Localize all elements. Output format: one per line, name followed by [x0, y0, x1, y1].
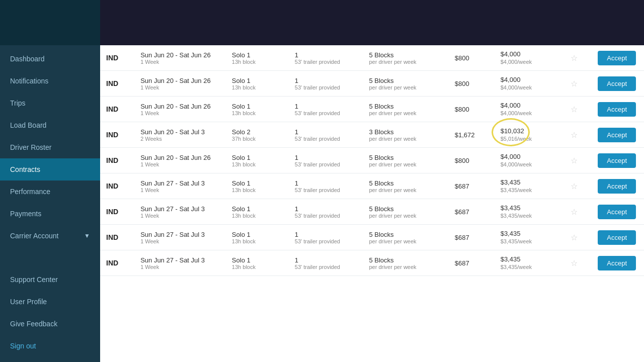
favorite-cell: ☆ — [563, 173, 585, 199]
sidebar-item-user-profile[interactable]: User Profile — [0, 291, 100, 313]
blocks-sub: per driver per week — [369, 84, 442, 90]
sidebar-logo — [0, 0, 100, 45]
star-icon[interactable]: ☆ — [571, 208, 578, 216]
total-weekly: $3,435/week — [501, 213, 532, 219]
sidebar-item-give-feedback[interactable]: Give Feedback — [0, 313, 100, 335]
blocks-main: 5 Blocks — [369, 231, 442, 238]
accept-button[interactable]: Accept — [598, 51, 636, 65]
sidebar-item-driver-roster[interactable]: Driver Roster — [0, 136, 100, 158]
station-code: IND — [100, 199, 134, 225]
accept-button[interactable]: Accept — [598, 179, 636, 194]
action-cell: Accept — [585, 45, 644, 71]
sidebar-item-trips[interactable]: Trips — [0, 92, 100, 114]
accept-button[interactable]: Accept — [598, 128, 636, 142]
total-weekly: $4,000/week — [501, 59, 532, 65]
drivers-main: 1 — [295, 256, 357, 264]
blocks-sub: per driver per week — [369, 161, 442, 167]
star-icon[interactable]: ☆ — [571, 156, 578, 165]
blocks-info: 5 Blocks per driver per week — [363, 71, 448, 97]
total-amount: $10,032$5,016/week — [495, 122, 563, 148]
route-sub: 13h block — [232, 187, 283, 193]
sidebar-item-payments[interactable]: Payments — [0, 203, 100, 225]
sidebar-item-contracts[interactable]: Contracts — [0, 158, 100, 180]
drivers-sub: 53' trailer provided — [295, 238, 357, 244]
date-range: Sun Jun 20 - Sat Jun 26 1 Week — [134, 45, 226, 71]
favorite-cell: ☆ — [563, 45, 585, 71]
route-sub: 37h block — [232, 136, 283, 142]
action-cell: Accept — [585, 71, 644, 97]
star-icon[interactable]: ☆ — [571, 259, 578, 267]
total-weekly: $3,435/week — [501, 238, 532, 244]
sidebar-item-notifications[interactable]: Notifications — [0, 70, 100, 92]
route-type: Solo 1 13h block — [226, 250, 289, 276]
rate-value: $800 — [449, 97, 495, 122]
accept-button[interactable]: Accept — [598, 205, 636, 219]
drivers-main: 1 — [295, 77, 357, 84]
route-sub: 13h block — [232, 264, 283, 270]
accept-button[interactable]: Accept — [598, 230, 636, 245]
contracts-table: IND Sun Jun 20 - Sat Jun 26 1 Week Solo … — [100, 45, 644, 276]
drivers-sub: 53' trailer provided — [295, 84, 357, 90]
sidebar-item-performance[interactable]: Performance — [0, 180, 100, 203]
date-main: Sun Jun 20 - Sat Jun 26 — [140, 103, 220, 110]
date-range: Sun Jun 20 - Sat Jun 26 1 Week — [134, 148, 226, 173]
table-row: IND Sun Jun 27 - Sat Jul 3 1 Week Solo 1… — [100, 250, 644, 276]
star-icon[interactable]: ☆ — [571, 105, 578, 114]
date-sub: 2 Weeks — [140, 136, 220, 142]
drivers-main: 1 — [295, 154, 357, 161]
route-sub: 13h block — [232, 59, 283, 65]
accept-button[interactable]: Accept — [598, 256, 636, 270]
drivers-count: 1 53' trailer provided — [289, 122, 363, 148]
favorite-cell: ☆ — [563, 71, 585, 97]
star-icon[interactable]: ☆ — [571, 54, 578, 62]
star-icon[interactable]: ☆ — [571, 79, 578, 88]
action-cell: Accept — [585, 173, 644, 199]
sidebar-item-sign-out[interactable]: Sign out — [0, 335, 100, 357]
chevron-down-icon: ▼ — [84, 232, 90, 239]
total-amount: $3,435$3,435/week — [495, 199, 563, 225]
blocks-info: 5 Blocks per driver per week — [363, 148, 448, 173]
sidebar-item-label: Contracts — [10, 165, 90, 173]
sidebar-item-support-center[interactable]: Support Center — [0, 268, 100, 291]
accept-button[interactable]: Accept — [598, 76, 636, 91]
date-main: Sun Jun 20 - Sat Jun 26 — [140, 154, 220, 161]
drivers-sub: 53' trailer provided — [295, 187, 357, 193]
rate-value: $1,672 — [449, 122, 495, 148]
favorite-cell: ☆ — [563, 199, 585, 225]
drivers-sub: 53' trailer provided — [295, 110, 357, 116]
blocks-sub: per driver per week — [369, 187, 442, 193]
sidebar-item-carrier-account[interactable]: Carrier Account▼ — [0, 225, 100, 247]
date-range: Sun Jun 27 - Sat Jul 3 1 Week — [134, 225, 226, 250]
blocks-info: 3 Blocks per driver per week — [363, 122, 448, 148]
star-icon[interactable]: ☆ — [571, 233, 578, 242]
route-main: Solo 1 — [232, 231, 283, 238]
rate-value: $800 — [449, 148, 495, 173]
total-value: $3,435 — [501, 178, 521, 186]
rate-value: $687 — [449, 250, 495, 276]
sidebar-item-label: Give Feedback — [10, 320, 90, 328]
sidebar-item-load-board[interactable]: Load Board — [0, 114, 100, 136]
star-icon[interactable]: ☆ — [571, 182, 578, 191]
table-row: IND Sun Jun 27 - Sat Jul 3 1 Week Solo 1… — [100, 173, 644, 199]
sidebar-item-label: Carrier Account — [10, 232, 84, 240]
accept-button[interactable]: Accept — [598, 153, 636, 168]
route-sub: 13h block — [232, 84, 283, 90]
table-row: IND Sun Jun 20 - Sat Jun 26 1 Week Solo … — [100, 71, 644, 97]
date-sub: 1 Week — [140, 238, 220, 244]
date-range: Sun Jun 27 - Sat Jul 3 1 Week — [134, 250, 226, 276]
star-icon[interactable]: ☆ — [571, 131, 578, 139]
date-sub: 1 Week — [140, 213, 220, 219]
date-main: Sun Jun 27 - Sat Jul 3 — [140, 231, 220, 238]
accept-button[interactable]: Accept — [598, 102, 636, 117]
main-content: IND Sun Jun 20 - Sat Jun 26 1 Week Solo … — [100, 0, 644, 362]
sidebar-item-dashboard[interactable]: Dashboard — [0, 48, 100, 70]
sidebar-item-label: Support Center — [10, 276, 90, 284]
table-row: IND Sun Jun 27 - Sat Jul 3 1 Week Solo 1… — [100, 199, 644, 225]
route-main: Solo 1 — [232, 205, 283, 213]
route-type: Solo 1 13h block — [226, 71, 289, 97]
table-container: IND Sun Jun 20 - Sat Jun 26 1 Week Solo … — [100, 45, 644, 362]
blocks-info: 5 Blocks per driver per week — [363, 97, 448, 122]
date-sub: 1 Week — [140, 161, 220, 167]
total-value: $3,435 — [501, 255, 521, 263]
drivers-sub: 53' trailer provided — [295, 213, 357, 219]
